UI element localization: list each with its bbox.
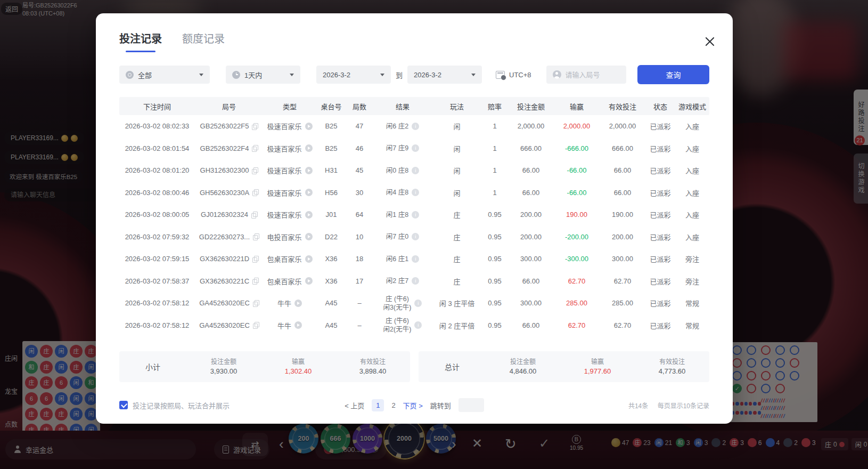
info-icon[interactable] xyxy=(412,123,419,130)
total-count-label: 共14条 xyxy=(628,402,648,410)
cell-text: -66.00 xyxy=(567,166,587,174)
table-row: 2026-03-02 08:00:46GH562630230A极速百家乐H563… xyxy=(119,182,709,204)
cell-no: 17 xyxy=(346,277,373,285)
cell-text: 300.00 xyxy=(520,299,542,307)
timezone-display[interactable]: UTC+8 xyxy=(496,71,531,79)
cell-mode: 入座 xyxy=(675,188,709,198)
cell-round: GB25263022F4 xyxy=(195,144,263,152)
cell-text: 190.00 xyxy=(566,211,587,219)
close-icon[interactable] xyxy=(703,35,717,48)
cell-round: GA45263020EC xyxy=(195,321,263,329)
cell-table: B25 xyxy=(316,144,346,152)
cell-text: H31 xyxy=(325,166,338,174)
tab-label: 额度记录 xyxy=(182,30,225,46)
cell-mode: 入座 xyxy=(675,209,709,220)
play-icon[interactable] xyxy=(305,189,313,196)
play-icon[interactable] xyxy=(305,255,313,263)
cell-text: 入座 xyxy=(685,188,699,198)
cell-text: GX362630221D xyxy=(200,255,249,263)
info-icon[interactable] xyxy=(412,255,419,263)
cell-table: A45 xyxy=(316,299,346,307)
cell-mode: 入座 xyxy=(675,143,709,153)
cell-mode: 常规 xyxy=(675,320,709,330)
date-from-picker[interactable]: 2026-3-2 xyxy=(316,66,391,84)
tab-bet-records[interactable]: 投注记录 xyxy=(119,30,162,52)
date-range-select[interactable]: 1天内 xyxy=(226,66,300,84)
copy-icon[interactable] xyxy=(253,322,259,328)
play-icon[interactable] xyxy=(294,300,302,307)
cell-status: 已派彩 xyxy=(645,209,675,220)
cell-odds: 0.95 xyxy=(481,277,508,285)
info-icon[interactable] xyxy=(412,211,419,219)
cell-round: GB25263022F5 xyxy=(195,122,263,130)
result-text: 闲1 庄8 xyxy=(386,211,408,219)
play-icon[interactable] xyxy=(305,211,313,219)
table-row: 2026-03-02 07:58:12GA45263020EC牛牛A45–庄 (… xyxy=(119,314,709,337)
cell-text: 2,000.00 xyxy=(563,122,591,130)
page-1-button[interactable]: 1 xyxy=(372,399,384,411)
total-win: 输赢 1,977.60 xyxy=(560,358,635,376)
tab-quota-records[interactable]: 额度记录 xyxy=(182,30,225,52)
cell-status: 已派彩 xyxy=(645,121,675,131)
info-icon[interactable] xyxy=(412,189,419,196)
cell-text: 2,000.00 xyxy=(609,122,636,130)
cell-text: 0.95 xyxy=(488,211,501,219)
cell-status: 已派彩 xyxy=(645,143,675,153)
copy-icon[interactable] xyxy=(252,189,258,196)
cell-text: 闲 2 庄平倍 xyxy=(439,320,474,330)
play-icon[interactable] xyxy=(305,277,313,285)
info-icon[interactable] xyxy=(412,167,419,174)
copy-icon[interactable] xyxy=(252,278,258,284)
cell-bet_on: 庄 xyxy=(432,276,481,286)
column-header: 类型 xyxy=(263,101,316,111)
cell-text: 已派彩 xyxy=(650,209,670,220)
cell-bet_on: 闲 xyxy=(432,165,481,175)
jump-page-input[interactable] xyxy=(458,398,484,412)
info-icon[interactable] xyxy=(414,321,422,329)
cell-status: 已派彩 xyxy=(645,165,675,175)
result-text: 闲7 庄9 xyxy=(386,144,408,152)
cell-win: 190.00 xyxy=(554,211,600,219)
cell-bet: 66.00 xyxy=(508,321,554,329)
clock-icon xyxy=(232,71,240,79)
cell-odds: 1 xyxy=(481,166,508,174)
merge-checkbox[interactable] xyxy=(119,401,128,409)
cell-text: 666.00 xyxy=(612,144,633,152)
cell-time: 2026-03-02 08:01:54 xyxy=(119,144,195,152)
column-header: 状态 xyxy=(645,101,675,111)
copy-icon[interactable] xyxy=(253,233,259,240)
copy-icon[interactable] xyxy=(252,256,258,262)
cell-result: 庄 (牛6)闲2(无牛) xyxy=(373,317,432,334)
cell-round: GD222630273... xyxy=(195,233,263,241)
info-icon[interactable] xyxy=(412,144,419,152)
cell-status: 已派彩 xyxy=(645,298,675,308)
cell-time: 2026-03-02 08:01:20 xyxy=(119,166,195,174)
result-text: 闲6 庄1 xyxy=(386,255,408,263)
copy-icon[interactable] xyxy=(251,212,257,218)
copy-icon[interactable] xyxy=(252,145,258,151)
play-icon[interactable] xyxy=(305,233,313,240)
page-2-button[interactable]: 2 xyxy=(391,401,395,409)
play-icon[interactable] xyxy=(305,167,313,174)
info-icon[interactable] xyxy=(412,277,419,285)
cell-no: – xyxy=(346,299,373,307)
cell-text: GB25263022F4 xyxy=(200,144,249,152)
cell-odds: 0.95 xyxy=(481,321,508,329)
subtotal-valid-value: 3,898.40 xyxy=(335,367,410,376)
cell-result: 闲0 庄8 xyxy=(373,166,432,175)
play-icon[interactable] xyxy=(305,144,313,152)
search-button[interactable]: 查询 xyxy=(637,65,709,84)
category-select[interactable]: 全部 xyxy=(119,66,210,84)
round-search-input[interactable] xyxy=(566,71,620,79)
copy-icon[interactable] xyxy=(252,123,258,130)
tab-active-underline xyxy=(126,51,155,52)
date-to-picker[interactable]: 2026-3-2 xyxy=(407,66,482,84)
copy-icon[interactable] xyxy=(252,167,258,174)
play-icon[interactable] xyxy=(294,321,302,329)
info-icon[interactable] xyxy=(412,233,419,240)
copy-icon[interactable] xyxy=(253,300,259,306)
prev-page-button[interactable]: < 上页 xyxy=(345,400,364,410)
info-icon[interactable] xyxy=(414,300,422,307)
play-icon[interactable] xyxy=(305,123,313,130)
next-page-button[interactable]: 下页 > xyxy=(403,400,423,410)
